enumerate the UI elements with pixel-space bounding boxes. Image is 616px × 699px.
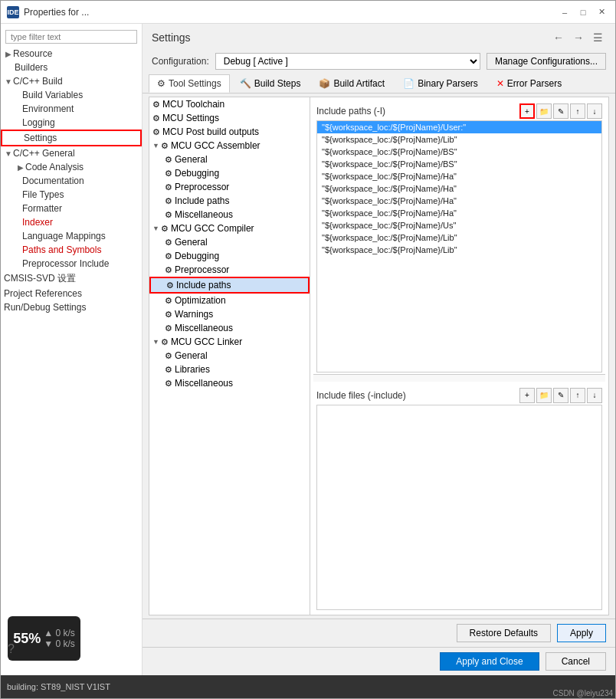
include-paths-list[interactable]: "${workspace_loc:/${ProjName}/User:" "${… <box>316 120 602 372</box>
sidebar-item-cpp-build[interactable]: ▼ C/C++ Build <box>1 74 142 88</box>
include-files-list[interactable] <box>316 405 602 610</box>
sidebar-item-cmsis-svd[interactable]: CMSIS-SVD 设置 <box>1 271 142 287</box>
nav-menu-button[interactable]: ☰ <box>590 30 606 45</box>
expand-arrow: ▼ <box>4 149 13 158</box>
tree-gcc-miscellaneous[interactable]: ⚙ Miscellaneous <box>149 321 310 335</box>
tab-tool-settings[interactable]: ⚙ Tool Settings <box>149 74 230 93</box>
tab-build-steps[interactable]: 🔨 Build Steps <box>231 74 310 93</box>
nav-forward-button[interactable]: → <box>570 30 587 45</box>
path-item[interactable]: "${workspace_loc:/${ProjName}/User:" <box>317 121 601 133</box>
close-button[interactable]: ✕ <box>594 5 609 20</box>
edit-path-button[interactable]: ✎ <box>553 103 568 119</box>
add-file-button[interactable]: + <box>519 388 535 403</box>
tree-linker-libraries[interactable]: ⚙ Libraries <box>149 363 310 376</box>
sidebar-item-preprocessor-include[interactable]: Preprocessor Include <box>1 257 142 271</box>
path-item[interactable]: "${workspace_loc:/${ProjName}/BS" <box>317 158 601 170</box>
tree-item-label: Debugging <box>175 168 219 179</box>
tree-mcu-gcc-assembler[interactable]: ▼ ⚙ MCU GCC Assembler <box>149 139 310 153</box>
tab-build-artifact[interactable]: 📦 Build Artifact <box>310 74 393 93</box>
sidebar-item-code-analysis[interactable]: ▶ Code Analysis <box>1 160 142 174</box>
edit-file-button[interactable]: ✎ <box>553 388 568 403</box>
tree-gcc-warnings[interactable]: ⚙ Warnings <box>149 307 310 321</box>
path-item[interactable]: "${workspace_loc:/${ProjName}/Ha" <box>317 182 601 195</box>
tree-gcc-preprocessor[interactable]: ⚙ Preprocessor <box>149 263 310 277</box>
sidebar-item-label: Environment <box>22 103 74 114</box>
mcu-post-build-icon: ⚙ <box>152 127 160 137</box>
tree-mcu-post-build[interactable]: ⚙ MCU Post build outputs <box>149 125 310 139</box>
tree-mcu-settings[interactable]: ⚙ MCU Settings <box>149 111 310 125</box>
move-file-down-button[interactable]: ↓ <box>587 388 602 403</box>
tab-bar: ⚙ Tool Settings 🔨 Build Steps 📦 Build Ar… <box>143 74 615 94</box>
sidebar-item-file-types[interactable]: File Types <box>1 188 142 202</box>
manage-configurations-button[interactable]: Manage Configurations... <box>487 53 606 70</box>
path-item[interactable]: "${workspace_loc:/${ProjName}/Us" <box>317 219 601 231</box>
path-item[interactable]: "${workspace_loc:/${ProjName}/Lib" <box>317 231 601 244</box>
sidebar-item-cpp-general[interactable]: ▼ C/C++ General <box>1 146 142 160</box>
add-path-button[interactable]: + <box>519 103 535 119</box>
restore-defaults-button[interactable]: Restore Defaults <box>457 624 551 642</box>
move-file-up-button[interactable]: ↑ <box>570 388 585 403</box>
sidebar-item-paths-and-symbols[interactable]: Paths and Symbols <box>1 243 142 257</box>
include-paths-label: Include paths (-I) <box>316 106 385 116</box>
path-item[interactable]: "${workspace_loc:/${ProjName}/Lib" <box>317 133 601 146</box>
sidebar-item-language-mappings[interactable]: Language Mappings <box>1 229 142 243</box>
linker-libraries-icon: ⚙ <box>165 365 172 375</box>
config-select[interactable]: Debug [ Active ] <box>215 53 480 70</box>
mcu-gcc-linker-icon: ⚙ <box>161 337 169 347</box>
sidebar-item-build-variables[interactable]: Build Variables <box>1 88 142 102</box>
path-item[interactable]: "${workspace_loc:/${ProjName}/BS" <box>317 146 601 158</box>
sidebar-item-run-debug-settings[interactable]: Run/Debug Settings <box>1 300 142 314</box>
tree-gcc-include-paths[interactable]: ⚙ Include paths <box>149 277 310 294</box>
apply-button[interactable]: Apply <box>557 624 606 642</box>
sidebar-item-project-references[interactable]: Project References <box>1 287 142 300</box>
maximize-button[interactable]: □ <box>575 5 591 20</box>
assembler-expand-arrow: ▼ <box>152 142 159 149</box>
error-parsers-icon: ✕ <box>496 78 504 89</box>
path-item[interactable]: "${workspace_loc:/${ProjName}/Lib" <box>317 244 601 256</box>
sidebar-item-indexer[interactable]: Indexer <box>1 215 142 229</box>
sidebar-item-label: Code Analysis <box>25 162 84 172</box>
tree-asm-include-paths[interactable]: ⚙ Include paths <box>149 194 310 208</box>
tree-asm-debugging[interactable]: ⚙ Debugging <box>149 166 310 180</box>
include-paths-hscroll[interactable] <box>313 374 605 382</box>
mcu-gcc-assembler-icon: ⚙ <box>161 141 169 151</box>
sidebar-item-logging[interactable]: Logging <box>1 116 142 130</box>
search-input[interactable] <box>5 30 137 44</box>
move-down-button[interactable]: ↓ <box>587 103 602 119</box>
tab-error-parsers[interactable]: ✕ Error Parsers <box>488 74 570 93</box>
tree-mcu-gcc-compiler[interactable]: ▼ ⚙ MCU GCC Compiler <box>149 222 310 235</box>
linker-expand-arrow: ▼ <box>152 338 159 346</box>
path-item[interactable]: "${workspace_loc:/${ProjName}/Ha" <box>317 207 601 219</box>
nav-back-button[interactable]: ← <box>550 30 567 45</box>
tree-asm-preprocessor[interactable]: ⚙ Preprocessor <box>149 180 310 194</box>
add-file-button2[interactable]: 📁 <box>536 388 552 403</box>
tab-label: Tool Settings <box>169 78 221 89</box>
sidebar-item-environment[interactable]: Environment <box>1 102 142 116</box>
sidebar-item-builders[interactable]: Builders <box>1 61 142 74</box>
tree-gcc-general[interactable]: ⚙ General <box>149 235 310 249</box>
move-up-button[interactable]: ↑ <box>570 103 585 119</box>
path-item[interactable]: "${workspace_loc:/${ProjName}/Ha" <box>317 195 601 207</box>
tree-asm-miscellaneous[interactable]: ⚙ Miscellaneous <box>149 208 310 222</box>
tree-gcc-optimization[interactable]: ⚙ Optimization <box>149 294 310 307</box>
tree-mcu-toolchain[interactable]: ⚙ MCU Toolchain <box>149 97 310 111</box>
tab-binary-parsers[interactable]: 📄 Binary Parsers <box>395 74 487 93</box>
sidebar-item-settings[interactable]: Settings <box>1 130 142 146</box>
path-item[interactable]: "${workspace_loc:/${ProjName}/Ha" <box>317 170 601 182</box>
include-paths-section: Include paths (-I) + 📁 ✎ ↑ ↓ "${workspac… <box>313 100 605 382</box>
add-path-button2[interactable]: 📁 <box>536 103 552 119</box>
tree-gcc-debugging[interactable]: ⚙ Debugging <box>149 249 310 263</box>
cancel-button[interactable]: Cancel <box>546 652 606 671</box>
minimize-button[interactable]: – <box>557 5 572 20</box>
sidebar-item-label: Logging <box>22 117 55 128</box>
sidebar-item-resource[interactable]: ▶ Resource <box>1 47 142 61</box>
apply-and-close-button[interactable]: Apply and Close <box>440 652 539 671</box>
tree-asm-general[interactable]: ⚙ General <box>149 153 310 166</box>
tree-linker-general[interactable]: ⚙ General <box>149 349 310 363</box>
settings-content: ⚙ MCU Toolchain ⚙ MCU Settings ⚙ MCU Pos… <box>149 97 609 615</box>
tree-mcu-gcc-linker[interactable]: ▼ ⚙ MCU GCC Linker <box>149 335 310 349</box>
tree-linker-miscellaneous[interactable]: ⚙ Miscellaneous <box>149 376 310 390</box>
sidebar-item-formatter[interactable]: Formatter <box>1 202 142 215</box>
help-button[interactable]: ? <box>8 642 15 656</box>
sidebar-item-documentation[interactable]: Documentation <box>1 174 142 188</box>
